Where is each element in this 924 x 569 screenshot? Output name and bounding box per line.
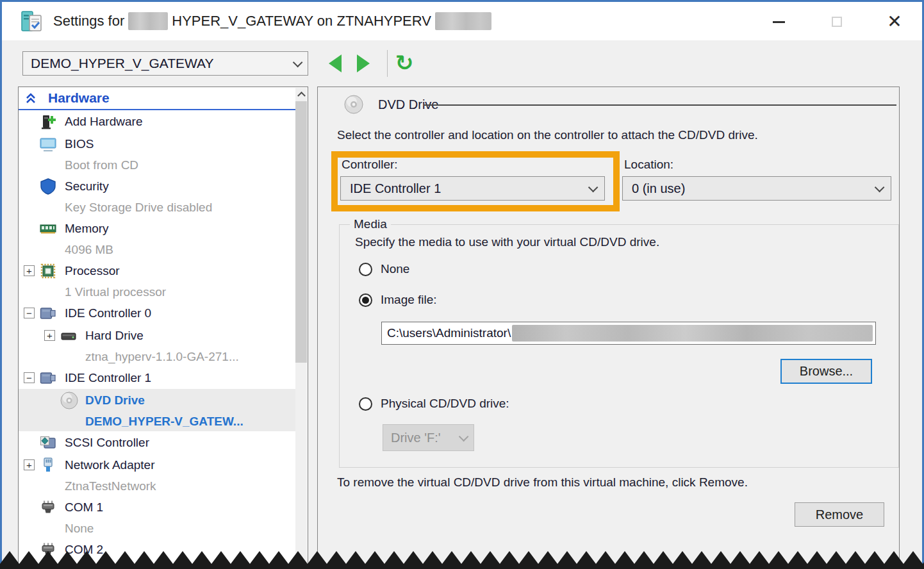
- tree-scrollbar[interactable]: [295, 88, 307, 568]
- minimize-icon: [773, 21, 785, 23]
- chevron-up-icon: [297, 92, 306, 100]
- radio-none[interactable]: [359, 263, 372, 276]
- image-file-input[interactable]: C:\users\Administrator\: [381, 322, 876, 345]
- tree-item-row-processor[interactable]: +Processor: [19, 260, 295, 282]
- ide-controller-icon: [39, 369, 65, 387]
- network-adapter-icon: [39, 456, 65, 474]
- redaction: [128, 12, 168, 30]
- maximize-icon: [832, 17, 842, 27]
- tree-item-row-dvd-drive[interactable]: DVD Drive: [19, 389, 295, 411]
- media-groupbox: Media Specify the media to use with your…: [339, 224, 899, 468]
- location-label: Location:: [624, 158, 673, 172]
- tree-item-subtext: 4096 MB: [19, 240, 295, 260]
- tree-item-label: BIOS: [65, 137, 94, 151]
- window-title: Settings for HYPER_V_GATEWAY on ZTNAHYPE…: [53, 12, 491, 30]
- tree-item-label: DVD Drive: [85, 393, 145, 408]
- browse-button[interactable]: Browse...: [780, 359, 872, 384]
- bios-icon: [39, 135, 65, 153]
- collapse-icon[interactable]: −: [24, 372, 35, 383]
- navigate-back-button[interactable]: [326, 53, 345, 74]
- tree-item-bios: BIOSBoot from CD: [19, 133, 295, 175]
- window-title-prefix: Settings for: [53, 13, 124, 29]
- hard-drive-icon: [60, 327, 85, 345]
- tree-item-ide-controller-1: −IDE Controller 1: [19, 367, 295, 389]
- vm-selector-value: DEMO_HYPER_V_GATEWAY: [31, 56, 214, 71]
- navigate-forward-button[interactable]: [354, 53, 373, 74]
- hardware-header-label: Hardware: [48, 90, 110, 106]
- hardware-tree-header[interactable]: Hardware: [19, 87, 295, 110]
- redaction: [512, 325, 873, 342]
- expander-slot: −: [24, 308, 39, 318]
- tree-item-com-1: COM 1None: [19, 496, 295, 538]
- toolbar-divider: [387, 50, 388, 77]
- chevron-down-icon: [875, 182, 885, 192]
- tree-item-label: Network Adapter: [65, 458, 154, 472]
- tree-item-add-hardware: Add Hardware: [19, 110, 295, 133]
- expander-slot: +: [24, 459, 39, 470]
- torn-edge: [0, 550, 924, 569]
- title-bar: Settings for HYPER_V_GATEWAY on ZTNAHYPE…: [2, 2, 922, 40]
- expand-icon[interactable]: +: [24, 459, 35, 470]
- image-file-path: C:\users\Administrator\: [387, 326, 511, 340]
- physical-drive-combobox: Drive 'F:': [383, 424, 474, 451]
- radio-physical-drive[interactable]: [359, 397, 372, 411]
- scrollbar-up-button[interactable]: [295, 88, 307, 100]
- media-group-label: Media: [350, 217, 391, 231]
- refresh-button[interactable]: ↻: [391, 49, 418, 77]
- tree-item-subtext: None: [19, 518, 295, 538]
- expand-icon[interactable]: +: [24, 265, 35, 276]
- remove-button-label: Remove: [816, 507, 863, 522]
- tree-item-label: IDE Controller 1: [65, 371, 151, 385]
- close-button[interactable]: ✕: [880, 7, 909, 37]
- tree-item-subtext: DEMO_HYPER-V_GATEW...: [19, 411, 295, 431]
- expander-slot: +: [44, 330, 60, 341]
- refresh-icon: ↻: [395, 50, 414, 76]
- minimize-button[interactable]: [764, 7, 793, 37]
- close-icon: ✕: [887, 13, 902, 31]
- controller-label: Controller:: [342, 158, 398, 172]
- vm-selector-combobox[interactable]: DEMO_HYPER_V_GATEWAY: [22, 51, 308, 76]
- window-title-main: HYPER_V_GATEWAY on ZTNAHYPERV: [172, 13, 431, 29]
- settings-window: Settings for HYPER_V_GATEWAY on ZTNAHYPE…: [0, 0, 924, 569]
- tree-item-row-add-hardware[interactable]: Add Hardware: [19, 110, 295, 133]
- media-none-option[interactable]: None: [359, 262, 409, 276]
- hyperv-settings-icon: [19, 9, 45, 35]
- tree-item-row-hard-drive[interactable]: +Hard Drive: [19, 324, 295, 347]
- tree-item-row-ide-controller-0[interactable]: −IDE Controller 0: [19, 302, 295, 324]
- radio-image-file[interactable]: [359, 293, 372, 307]
- expand-icon[interactable]: +: [44, 330, 55, 341]
- tree-item-subtext: Boot from CD: [19, 155, 295, 175]
- media-image-option[interactable]: Image file:: [359, 293, 437, 307]
- processor-icon: [39, 262, 65, 280]
- tree-item-row-ide-controller-1[interactable]: −IDE Controller 1: [19, 367, 295, 389]
- radio-none-label: None: [381, 262, 409, 276]
- expander-slot: +: [24, 265, 39, 276]
- tree-item-label: Processor: [65, 264, 120, 278]
- tree-item-label: IDE Controller 0: [65, 306, 151, 320]
- expander-slot: −: [24, 372, 39, 383]
- browse-button-label: Browse...: [800, 364, 853, 379]
- maximize-button: [822, 7, 852, 37]
- tree-item-row-scsi-controller[interactable]: SCSI Controller: [19, 431, 295, 454]
- tree-item-security: SecurityKey Storage Drive disabled: [19, 175, 295, 217]
- redaction: [435, 12, 491, 30]
- controller-combobox[interactable]: IDE Controller 1: [340, 176, 605, 201]
- media-physical-option[interactable]: Physical CD/DVD drive:: [359, 397, 509, 411]
- tree-item-row-com-1[interactable]: COM 1: [19, 496, 295, 518]
- scrollbar-thumb[interactable]: [295, 101, 307, 363]
- remove-button[interactable]: Remove: [795, 502, 884, 527]
- remove-instruction-text: To remove the virtual CD/DVD drive from …: [337, 475, 748, 490]
- tree-item-scsi-controller: SCSI Controller: [19, 431, 295, 454]
- tree-item-row-security[interactable]: Security: [19, 175, 295, 197]
- location-combobox[interactable]: 0 (in use): [622, 176, 891, 201]
- dvd-disc-icon: [343, 94, 364, 115]
- location-value: 0 (in use): [632, 181, 685, 196]
- tree-item-row-memory[interactable]: Memory: [19, 217, 295, 240]
- tree-item-row-network-adapter[interactable]: +Network Adapter: [19, 454, 295, 476]
- tree-item-row-bios[interactable]: BIOS: [19, 133, 295, 155]
- security-icon: [39, 177, 65, 195]
- tree-item-memory: Memory4096 MB: [19, 217, 295, 260]
- chevron-down-icon: [459, 431, 469, 441]
- tree-item-label: Hard Drive: [85, 329, 144, 343]
- collapse-icon[interactable]: −: [24, 308, 35, 318]
